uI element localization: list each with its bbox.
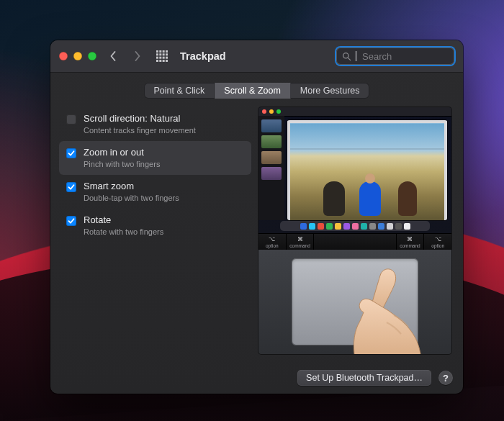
option-title: Rotate [84, 214, 163, 226]
option-title: Smart zoom [84, 181, 179, 192]
chevron-left-icon [109, 51, 117, 61]
key-caption: command [400, 243, 420, 248]
tab-scroll-and-zoom[interactable]: Scroll & Zoom [215, 83, 291, 99]
preview-dock [280, 221, 430, 231]
key-caption: option [431, 243, 444, 248]
option-scroll-direction[interactable]: Scroll direction: Natural Content tracks… [59, 107, 251, 141]
hand-icon [328, 265, 436, 354]
svg-rect-15 [166, 60, 168, 62]
key-symbol: ⌥ [435, 237, 441, 243]
svg-rect-0 [156, 50, 158, 53]
option-subtitle: Content tracks finger movement [84, 125, 196, 135]
option-smart-zoom[interactable]: Smart zoom Double-tap with two fingers [59, 175, 251, 209]
help-button[interactable]: ? [438, 371, 453, 385]
forward-button[interactable] [130, 48, 145, 64]
preferences-window: Trackpad Point & Click Scroll & Zoom Mor… [50, 40, 463, 394]
preview-keyboard-row: ⌥option ⌘command ⌘command ⌥option [258, 233, 451, 250]
chevron-right-icon [134, 51, 141, 61]
search-field[interactable] [336, 47, 454, 65]
option-subtitle: Double-tap with two fingers [84, 193, 179, 203]
svg-point-16 [343, 53, 348, 58]
window-title: Trackpad [180, 50, 226, 62]
option-zoom-in-out[interactable]: Zoom in or out Pinch with two fingers [59, 141, 251, 175]
search-input[interactable] [361, 50, 449, 63]
back-button[interactable] [105, 48, 121, 64]
preview-photo [287, 120, 447, 220]
grid-icon [156, 50, 168, 62]
gesture-preview: ⌥option ⌘command ⌘command ⌥option [258, 107, 451, 354]
svg-rect-14 [163, 60, 165, 62]
window-toolbar: Trackpad [50, 40, 463, 73]
options-list: Scroll direction: Natural Content tracks… [59, 107, 251, 354]
text-cursor [356, 51, 356, 61]
key-symbol: ⌥ [269, 237, 275, 243]
key-symbol: ⌘ [297, 237, 303, 243]
svg-rect-9 [159, 57, 161, 59]
preview-trackpad [258, 250, 451, 354]
option-subtitle: Pinch with two fingers [84, 159, 160, 169]
svg-rect-12 [156, 60, 158, 62]
svg-rect-3 [166, 50, 168, 53]
tab-bar: Point & Click Scroll & Zoom More Gesture… [144, 83, 369, 99]
option-rotate[interactable]: Rotate Rotate with two fingers [59, 209, 251, 243]
tab-more-gestures[interactable]: More Gestures [291, 83, 369, 99]
zoom-window-button[interactable] [88, 52, 96, 60]
checkbox-zoom-in-out[interactable] [66, 148, 76, 158]
checkmark-icon [68, 217, 75, 225]
checkbox-scroll-direction[interactable] [66, 114, 76, 125]
svg-rect-7 [166, 53, 168, 55]
checkbox-rotate[interactable] [66, 216, 76, 226]
svg-rect-2 [163, 50, 165, 53]
option-title: Zoom in or out [84, 147, 160, 158]
svg-rect-11 [166, 57, 168, 59]
key-caption: option [266, 243, 279, 248]
key-symbol: ⌘ [407, 237, 413, 243]
svg-rect-1 [159, 50, 161, 53]
option-title: Scroll direction: Natural [84, 113, 196, 125]
key-caption: command [289, 243, 310, 248]
window-footer: Set Up Bluetooth Trackpad… ? [50, 362, 463, 394]
svg-rect-8 [156, 57, 158, 59]
svg-rect-5 [159, 53, 161, 55]
svg-rect-6 [163, 53, 165, 55]
svg-rect-13 [159, 60, 161, 62]
setup-bluetooth-trackpad-button[interactable]: Set Up Bluetooth Trackpad… [297, 370, 431, 386]
window-controls [59, 52, 96, 60]
option-subtitle: Rotate with two fingers [84, 227, 163, 237]
close-window-button[interactable] [59, 52, 68, 60]
tab-point-and-click[interactable]: Point & Click [144, 83, 215, 99]
preview-thumbnails [258, 116, 284, 220]
minimize-window-button[interactable] [73, 52, 82, 60]
preview-screen [258, 107, 451, 233]
checkmark-icon [68, 184, 75, 191]
checkmark-icon [68, 150, 75, 157]
show-all-button[interactable] [154, 48, 170, 64]
svg-rect-4 [156, 53, 158, 55]
checkbox-smart-zoom[interactable] [66, 182, 76, 192]
magnifying-glass-icon [342, 52, 351, 61]
svg-rect-10 [163, 57, 165, 59]
